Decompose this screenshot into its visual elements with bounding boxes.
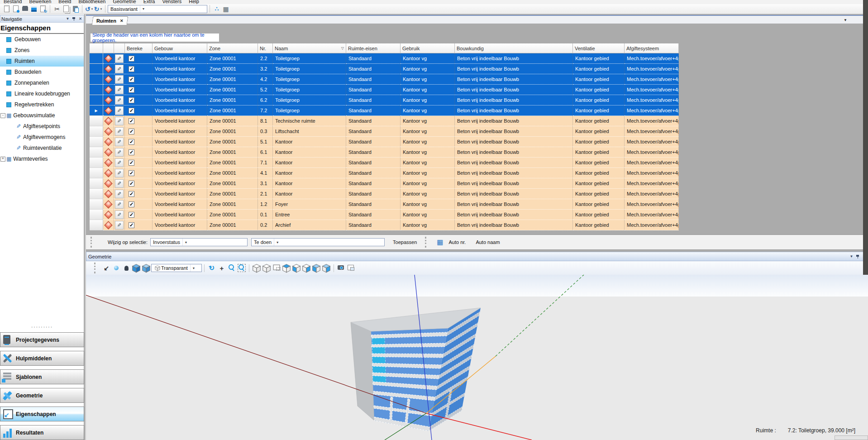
cell-ruimte-eisen[interactable]: Standaard [346, 105, 401, 116]
cell-gebruik[interactable]: Kantoor vg [401, 178, 455, 189]
row-status-cell[interactable] [103, 126, 114, 137]
redo-icon[interactable]: ↻▼ [94, 5, 103, 14]
cell-afgiftesysteem[interactable]: Mech.toevoer/afvoer+4p ind [625, 158, 679, 168]
cell-ventilatie[interactable]: Kantoor gebied [573, 189, 625, 199]
row-indicator[interactable] [90, 199, 103, 210]
cell-ventilatie[interactable]: Kantoor gebied [573, 85, 625, 95]
cell-ruimte-eisen[interactable]: Standaard [346, 199, 401, 210]
bereke-cell[interactable]: ✓ [125, 168, 153, 178]
bereke-checkbox[interactable]: ✓ [129, 201, 134, 207]
row-edit-cell[interactable]: ✎ [114, 220, 125, 230]
row-indicator[interactable] [90, 147, 103, 158]
bereke-checkbox[interactable]: ✓ [129, 97, 134, 103]
cell-afgiftesysteem[interactable]: Mech.toevoer/afvoer+4p ind [625, 147, 679, 158]
pin-icon[interactable] [72, 17, 76, 21]
row-edit-cell[interactable]: ✎ [114, 105, 125, 116]
cell-ventilatie[interactable]: Kantoor gebied [573, 105, 625, 116]
row-edit-cell[interactable]: ✎ [114, 168, 125, 178]
sjablonen-panel-button[interactable]: Sjablonen [0, 369, 84, 384]
cell-ruimte-eisen[interactable]: Standaard [346, 189, 401, 199]
cell-bouwkundig[interactable]: Beton vrij indeelbaar Bouwb [455, 199, 573, 210]
cell-ruimte-eisen[interactable]: Standaard [346, 158, 401, 168]
cell-zone[interactable]: Zone 00001 [207, 53, 258, 64]
view-right-icon[interactable] [321, 263, 331, 273]
edit-pencil-icon[interactable]: ✎ [115, 169, 124, 177]
cell-gebruik[interactable]: Kantoor vg [401, 158, 455, 168]
menu-item-vensters[interactable]: Vensters [162, 0, 181, 4]
cell-ventilatie[interactable]: Kantoor gebied [573, 64, 625, 74]
cell-ventilatie[interactable]: Kantoor gebied [573, 210, 625, 220]
bereke-checkbox[interactable]: ✓ [129, 212, 134, 218]
cell-gebruik[interactable]: Kantoor vg [401, 126, 455, 137]
cell-nr[interactable]: 1.2 [258, 199, 273, 210]
cell-ventilatie[interactable]: Kantoor gebied [573, 53, 625, 64]
cell-gebruik[interactable]: Kantoor vg [401, 64, 455, 74]
cell-gebouw[interactable]: Voorbeeld kantoor [153, 64, 207, 74]
cell-nr[interactable]: 6.2 [258, 95, 273, 105]
cell-bouwkundig[interactable]: Beton vrij indeelbaar Bouwb [455, 137, 573, 147]
bereke-checkbox[interactable]: ✓ [129, 66, 134, 72]
bereke-checkbox[interactable]: ✓ [129, 118, 134, 124]
cell-nr[interactable]: 6.1 [258, 147, 273, 158]
cell-zone[interactable]: Zone 00001 [207, 199, 258, 210]
row-status-cell[interactable] [103, 95, 114, 105]
cut-icon[interactable]: ✂ [52, 5, 62, 14]
cell-ruimte-eisen[interactable]: Standaard [346, 95, 401, 105]
cell-gebruik[interactable]: Kantoor vg [401, 53, 455, 64]
cell-bouwkundig[interactable]: Beton vrij indeelbaar Bouwb [455, 168, 573, 178]
view-top-icon[interactable] [281, 263, 291, 273]
bereke-cell[interactable]: ✓ [125, 178, 153, 189]
column-header-gebruik[interactable]: Gebruik [401, 43, 455, 53]
edit-pencil-icon[interactable]: ✎ [115, 117, 124, 125]
row-indicator[interactable] [90, 116, 103, 126]
auto-nr-button[interactable]: Auto nr. [445, 238, 469, 246]
cell-bouwkundig[interactable]: Beton vrij indeelbaar Bouwb [455, 126, 573, 137]
cell-gebouw[interactable]: Voorbeeld kantoor [153, 147, 207, 158]
row-status-cell[interactable] [103, 158, 114, 168]
cell-naam[interactable]: Kantoor [273, 189, 346, 199]
copy-icon[interactable] [62, 5, 71, 14]
row-status-cell[interactable] [103, 64, 114, 74]
cell-nr[interactable]: 3.1 [258, 178, 273, 189]
pan-icon[interactable]: + [217, 263, 227, 273]
auto-naam-button[interactable]: Auto naam [472, 238, 503, 246]
cell-afgiftesysteem[interactable]: Mech.toevoer/afvoer+4p ind [625, 116, 679, 126]
share-icon[interactable]: ∴ [212, 5, 221, 14]
row-status-cell[interactable] [103, 147, 114, 158]
tab-ruimten[interactable]: Ruimten ✕ [92, 16, 128, 25]
cell-ruimte-eisen[interactable]: Standaard [346, 74, 401, 85]
chevron-down-icon[interactable]: ▼ [66, 17, 69, 21]
cell-bouwkundig[interactable]: Beton vrij indeelbaar Bouwb [455, 178, 573, 189]
cell-gebouw[interactable]: Voorbeeld kantoor [153, 74, 207, 85]
row-indicator[interactable] [90, 210, 103, 220]
sidebar-item-afgiftevermogens[interactable]: ✎Afgiftevermogens [0, 132, 84, 143]
cell-naam[interactable]: Kantoor [273, 168, 346, 178]
cell-zone[interactable]: Zone 00001 [207, 220, 258, 230]
bereke-cell[interactable]: ✓ [125, 189, 153, 199]
cell-ruimte-eisen[interactable]: Standaard [346, 210, 401, 220]
view-dimetric-icon[interactable] [262, 263, 272, 273]
row-indicator[interactable] [90, 64, 103, 74]
cell-afgiftesysteem[interactable]: Mech.toevoer/afvoer+4p ind [625, 74, 679, 85]
cell-zone[interactable]: Zone 00001 [207, 105, 258, 116]
cell-nr[interactable]: 8.1 [258, 116, 273, 126]
cell-afgiftesysteem[interactable]: Mech.toevoer/afvoer+4p ind [625, 220, 679, 230]
edit-pencil-icon[interactable]: ✎ [115, 96, 124, 105]
row-status-cell[interactable] [103, 53, 114, 64]
view-front-icon[interactable] [291, 263, 301, 273]
row-edit-cell[interactable]: ✎ [114, 189, 125, 199]
row-edit-cell[interactable]: ✎ [114, 147, 125, 158]
cell-naam[interactable]: Kantoor [273, 178, 346, 189]
column-header-bereke[interactable]: Bereke [125, 43, 153, 53]
row-edit-cell[interactable]: ✎ [114, 137, 125, 147]
cell-ruimte-eisen[interactable]: Standaard [346, 220, 401, 230]
edit-pencil-icon[interactable]: ✎ [115, 127, 124, 136]
cube-solid-icon[interactable] [131, 263, 141, 273]
cell-nr[interactable]: 3.2 [258, 64, 273, 74]
column-header-afgiftesysteem[interactable]: Afgiftesysteem [625, 43, 679, 53]
view-back-icon[interactable] [301, 263, 311, 273]
cell-bouwkundig[interactable]: Beton vrij indeelbaar Bouwb [455, 53, 573, 64]
cell-gebruik[interactable]: Kantoor vg [401, 168, 455, 178]
bereke-checkbox[interactable]: ✓ [129, 129, 134, 134]
cell-bouwkundig[interactable]: Beton vrij indeelbaar Bouwb [455, 85, 573, 95]
